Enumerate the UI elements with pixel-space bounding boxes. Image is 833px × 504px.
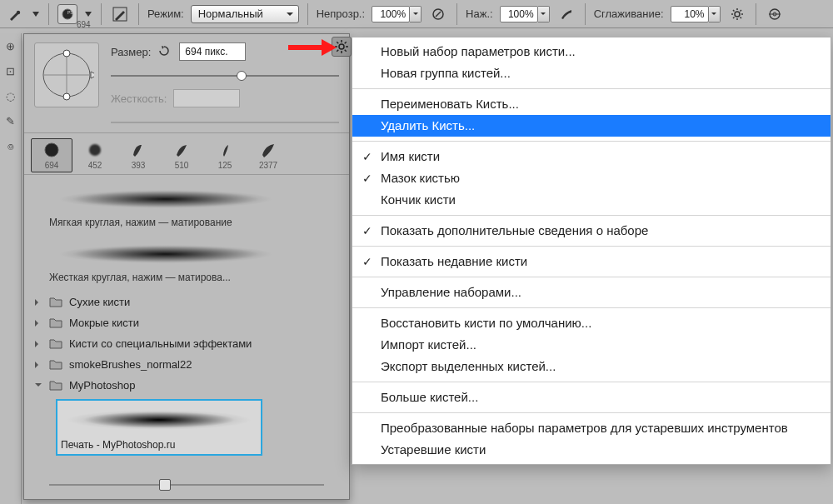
brush-folder[interactable]: MyPhotoshop	[32, 375, 341, 396]
folder-icon	[49, 338, 62, 349]
selected-brush-label: Печать - MyPhotoshop.ru	[61, 439, 257, 451]
menu-item[interactable]: Мазок кистью	[352, 167, 831, 189]
pressure-opacity-icon[interactable]	[428, 4, 448, 24]
brush-folder[interactable]: smokeBrushes_normal22	[32, 354, 341, 375]
tool-slot[interactable]: ✎	[0, 108, 21, 133]
opacity-caret[interactable]	[410, 6, 421, 22]
smoothing-gear-icon[interactable]	[727, 4, 747, 24]
folder-icon	[49, 297, 62, 307]
menu-separator	[352, 382, 831, 382]
menu-item[interactable]: Показать дополнительные сведения о набор…	[352, 220, 831, 242]
brush-tool-icon[interactable]	[5, 4, 25, 24]
opacity-input[interactable]: 100%	[372, 6, 410, 22]
hardness-slider	[111, 117, 339, 127]
menu-item[interactable]: Показать недавние кисти	[352, 251, 831, 272]
tool-slot[interactable]: ⊡	[0, 58, 21, 83]
smoothing-caret[interactable]	[709, 6, 721, 22]
disclosure-triangle-icon[interactable]	[34, 362, 42, 368]
recent-brushes: 6944523935101252377	[24, 133, 349, 175]
menu-separator	[352, 246, 831, 247]
menu-item[interactable]: Импорт кистей...	[352, 334, 831, 356]
recent-brush-item[interactable]: 694	[31, 138, 72, 172]
tool-slot[interactable]: ⊕	[0, 33, 21, 58]
folder-label: MyPhotoshop	[69, 379, 136, 392]
brush-size-label: 510	[175, 161, 189, 170]
folder-label: smokeBrushes_normal22	[69, 358, 192, 371]
brush-size-label: 125	[218, 161, 232, 170]
symmetry-icon[interactable]	[765, 4, 785, 24]
menu-item[interactable]: Новый набор параметров кисти...	[352, 41, 831, 62]
svg-line-34	[345, 42, 347, 43]
mode-label: Режим:	[147, 7, 184, 20]
brush-settings-icon[interactable]	[110, 4, 130, 24]
reset-size-icon[interactable]	[157, 44, 172, 59]
brush-folder[interactable]: Сухие кисти	[32, 292, 341, 312]
menu-item[interactable]: Устаревшие кисти	[352, 439, 831, 461]
recent-brush-item[interactable]: 125	[204, 138, 246, 172]
menu-item[interactable]: Управление наборами...	[352, 282, 831, 303]
tool-slot[interactable]: ◌	[0, 83, 21, 108]
recent-brush-item[interactable]: 510	[161, 138, 202, 172]
airbrush-icon[interactable]	[556, 4, 576, 24]
disclosure-triangle-icon[interactable]	[34, 341, 42, 347]
tool-slot[interactable]: ⌾	[0, 133, 21, 158]
folder-icon	[49, 359, 62, 370]
smoothing-input[interactable]: 10%	[671, 6, 709, 22]
size-label: Размер:	[111, 46, 151, 58]
svg-line-33	[337, 50, 338, 52]
menu-separator	[352, 215, 831, 216]
folder-label: Сухие кисти	[69, 296, 130, 308]
svg-point-26	[339, 44, 344, 49]
brush-preset-item[interactable]: Жесткая круглая, нажим — матирова...	[49, 237, 341, 288]
disclosure-triangle-icon[interactable]	[34, 381, 42, 390]
brush-thumb	[37, 141, 66, 159]
recent-brush-item[interactable]: 2377	[247, 138, 289, 172]
brush-thumb	[124, 141, 152, 159]
size-value: 694 пикс.	[185, 46, 227, 57]
menu-separator	[352, 277, 831, 277]
brush-size-label: 393	[132, 161, 146, 170]
menu-item[interactable]: Удалить Кисть...	[352, 115, 831, 137]
brush-folder[interactable]: Кисти со специальными эффектами	[32, 333, 341, 354]
brush-size-label: 694	[45, 161, 59, 170]
thumbnail-size-slider[interactable]	[49, 479, 324, 491]
menu-item[interactable]: Больше кистей...	[352, 387, 831, 408]
folder-icon	[49, 380, 62, 391]
menu-item[interactable]: Новая группа кистей...	[352, 62, 831, 84]
svg-line-11	[733, 10, 735, 12]
flow-value: 100%	[508, 8, 534, 20]
recent-brush-item[interactable]: 393	[117, 138, 159, 172]
flow-caret[interactable]	[538, 6, 550, 22]
menu-item[interactable]: Кончик кисти	[352, 189, 831, 211]
brush-preset-item[interactable]: Мягкая круглая, нажим — матирование	[49, 182, 341, 233]
brush-stroke-preview	[49, 185, 282, 213]
selected-brush-preview[interactable]: Печать - MyPhotoshop.ru	[56, 399, 262, 456]
size-input[interactable]: 694 пикс.	[179, 42, 246, 61]
recent-brush-item[interactable]: 452	[74, 138, 116, 172]
menu-item[interactable]: Имя кисти	[352, 146, 831, 167]
smoothing-value: 10%	[685, 8, 705, 20]
brush-flyout-menu: Новый набор параметров кисти...Новая гру…	[352, 37, 831, 465]
svg-line-14	[740, 10, 741, 12]
folder-icon	[49, 317, 62, 328]
brush-folder[interactable]: Мокрые кисти	[32, 312, 341, 333]
brush-preset-panel: Размер: 694 пикс. Жесткость: 69445239351…	[23, 33, 350, 500]
svg-point-21	[63, 50, 70, 57]
disclosure-triangle-icon[interactable]	[34, 320, 42, 327]
brush-preset-icon[interactable]: PS	[57, 4, 77, 24]
tool-preset-caret[interactable]	[32, 4, 40, 24]
menu-item[interactable]: Экспорт выделенных кистей...	[352, 356, 831, 377]
size-slider[interactable]	[111, 71, 339, 81]
menu-item[interactable]: Восстановить кисти по умолчанию...	[352, 312, 831, 334]
menu-item[interactable]: Преобразованные наборы параметров для ус…	[352, 417, 831, 439]
hardness-label: Жесткость:	[111, 92, 167, 105]
mode-select[interactable]: Нормальный	[191, 5, 299, 23]
options-bar: PS 694 Режим: Нормальный Непрозр.: 100% …	[0, 0, 833, 28]
flow-input[interactable]: 100%	[500, 6, 538, 22]
disclosure-triangle-icon[interactable]	[34, 299, 42, 306]
menu-item[interactable]: Переименовать Кисть...	[352, 93, 831, 115]
brush-stroke-preview	[49, 240, 282, 268]
brush-thumb	[81, 141, 109, 159]
svg-line-13	[733, 17, 735, 18]
brush-angle-control[interactable]	[34, 42, 99, 107]
